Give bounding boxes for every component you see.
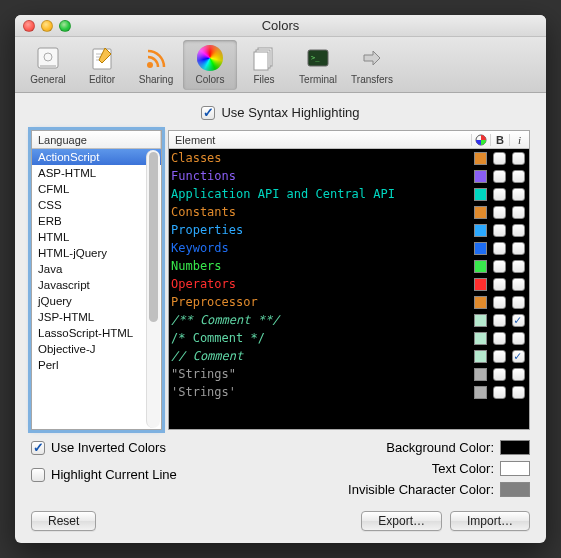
element-row[interactable]: Numbers bbox=[169, 257, 529, 275]
bold-checkbox[interactable] bbox=[493, 188, 506, 201]
italic-checkbox[interactable] bbox=[512, 224, 525, 237]
italic-checkbox[interactable] bbox=[512, 386, 525, 399]
language-header[interactable]: Language bbox=[32, 131, 161, 148]
toolbar-editor[interactable]: Editor bbox=[75, 40, 129, 90]
color-swatch[interactable] bbox=[474, 188, 487, 201]
minimize-icon[interactable] bbox=[41, 20, 53, 32]
element-row[interactable]: /** Comment **/ bbox=[169, 311, 529, 329]
color-swatch[interactable] bbox=[474, 278, 487, 291]
element-row[interactable]: // Comment bbox=[169, 347, 529, 365]
color-swatch[interactable] bbox=[474, 260, 487, 273]
language-item[interactable]: CSS bbox=[32, 197, 161, 213]
element-header[interactable]: Element bbox=[169, 134, 472, 146]
element-row[interactable]: Preprocessor bbox=[169, 293, 529, 311]
language-item[interactable]: ERB bbox=[32, 213, 161, 229]
color-swatch[interactable] bbox=[474, 206, 487, 219]
italic-checkbox[interactable] bbox=[512, 314, 525, 327]
toolbar-transfers[interactable]: Transfers bbox=[345, 40, 399, 90]
italic-checkbox[interactable] bbox=[512, 296, 525, 309]
italic-checkbox[interactable] bbox=[512, 170, 525, 183]
close-icon[interactable] bbox=[23, 20, 35, 32]
element-row[interactable]: Classes bbox=[169, 149, 529, 167]
element-label: "Strings" bbox=[171, 367, 474, 381]
color-swatch[interactable] bbox=[474, 242, 487, 255]
element-row[interactable]: Constants bbox=[169, 203, 529, 221]
import-button[interactable]: Import… bbox=[450, 511, 530, 531]
reset-button[interactable]: Reset bbox=[31, 511, 96, 531]
element-row[interactable]: /* Comment */ bbox=[169, 329, 529, 347]
language-item[interactable]: LassoScript-HTML bbox=[32, 325, 161, 341]
zoom-icon[interactable] bbox=[59, 20, 71, 32]
italic-checkbox[interactable] bbox=[512, 368, 525, 381]
toolbar-sharing[interactable]: Sharing bbox=[129, 40, 183, 90]
bold-checkbox[interactable] bbox=[493, 170, 506, 183]
language-item[interactable]: ASP-HTML bbox=[32, 165, 161, 181]
bold-checkbox[interactable] bbox=[493, 206, 506, 219]
color-swatch[interactable] bbox=[474, 152, 487, 165]
italic-checkbox[interactable] bbox=[512, 332, 525, 345]
bold-checkbox[interactable] bbox=[493, 242, 506, 255]
background-color-well[interactable] bbox=[500, 440, 530, 455]
bold-checkbox[interactable] bbox=[493, 152, 506, 165]
toolbar-label: Colors bbox=[196, 74, 225, 85]
toolbar-terminal[interactable]: >_ Terminal bbox=[291, 40, 345, 90]
element-row[interactable]: Operators bbox=[169, 275, 529, 293]
element-row[interactable]: Functions bbox=[169, 167, 529, 185]
language-item[interactable]: Javascript bbox=[32, 277, 161, 293]
inverted-colors-checkbox[interactable] bbox=[31, 441, 45, 455]
highlight-line-checkbox[interactable] bbox=[31, 468, 45, 482]
language-item[interactable]: JSP-HTML bbox=[32, 309, 161, 325]
color-swatch[interactable] bbox=[474, 170, 487, 183]
terminal-icon: >_ bbox=[304, 44, 332, 72]
element-row[interactable]: Properties bbox=[169, 221, 529, 239]
language-item[interactable]: CFML bbox=[32, 181, 161, 197]
syntax-highlighting-checkbox[interactable] bbox=[201, 106, 215, 120]
language-item[interactable]: jQuery bbox=[32, 293, 161, 309]
italic-checkbox[interactable] bbox=[512, 188, 525, 201]
color-swatch[interactable] bbox=[474, 296, 487, 309]
bold-checkbox[interactable] bbox=[493, 224, 506, 237]
bold-checkbox[interactable] bbox=[493, 296, 506, 309]
invisible-color-well[interactable] bbox=[500, 482, 530, 497]
bold-checkbox[interactable] bbox=[493, 314, 506, 327]
toolbar-general[interactable]: General bbox=[21, 40, 75, 90]
element-row[interactable]: "Strings" bbox=[169, 365, 529, 383]
bold-checkbox[interactable] bbox=[493, 350, 506, 363]
language-item[interactable]: Java bbox=[32, 261, 161, 277]
element-row[interactable]: Keywords bbox=[169, 239, 529, 257]
color-swatch[interactable] bbox=[474, 368, 487, 381]
language-item[interactable]: HTML bbox=[32, 229, 161, 245]
italic-checkbox[interactable] bbox=[512, 350, 525, 363]
color-swatch[interactable] bbox=[474, 224, 487, 237]
bold-checkbox[interactable] bbox=[493, 260, 506, 273]
language-item[interactable]: Perl bbox=[32, 357, 161, 373]
bold-column-header[interactable]: B bbox=[491, 134, 510, 146]
bold-checkbox[interactable] bbox=[493, 332, 506, 345]
text-color-well[interactable] bbox=[500, 461, 530, 476]
italic-checkbox[interactable] bbox=[512, 260, 525, 273]
toolbar-colors[interactable]: Colors bbox=[183, 40, 237, 90]
export-button[interactable]: Export… bbox=[361, 511, 442, 531]
bold-checkbox[interactable] bbox=[493, 386, 506, 399]
language-list[interactable]: Language ActionScriptASP-HTMLCFMLCSSERBH… bbox=[31, 130, 162, 430]
italic-checkbox[interactable] bbox=[512, 206, 525, 219]
italic-checkbox[interactable] bbox=[512, 278, 525, 291]
toolbar-files[interactable]: Files bbox=[237, 40, 291, 90]
color-swatch[interactable] bbox=[474, 314, 487, 327]
color-swatch[interactable] bbox=[474, 350, 487, 363]
italic-checkbox[interactable] bbox=[512, 242, 525, 255]
language-item[interactable]: HTML-jQuery bbox=[32, 245, 161, 261]
italic-column-header[interactable]: i bbox=[510, 134, 529, 146]
italic-checkbox[interactable] bbox=[512, 152, 525, 165]
bold-checkbox[interactable] bbox=[493, 368, 506, 381]
color-column-header[interactable] bbox=[472, 134, 491, 146]
color-swatch[interactable] bbox=[474, 386, 487, 399]
scrollbar[interactable] bbox=[146, 150, 160, 428]
element-list[interactable]: Element B i ClassesFunctionsApplication … bbox=[168, 130, 530, 430]
language-item[interactable]: ActionScript bbox=[32, 149, 161, 165]
element-row[interactable]: 'Strings' bbox=[169, 383, 529, 401]
color-swatch[interactable] bbox=[474, 332, 487, 345]
language-item[interactable]: Objective-J bbox=[32, 341, 161, 357]
bold-checkbox[interactable] bbox=[493, 278, 506, 291]
element-row[interactable]: Application API and Central API bbox=[169, 185, 529, 203]
